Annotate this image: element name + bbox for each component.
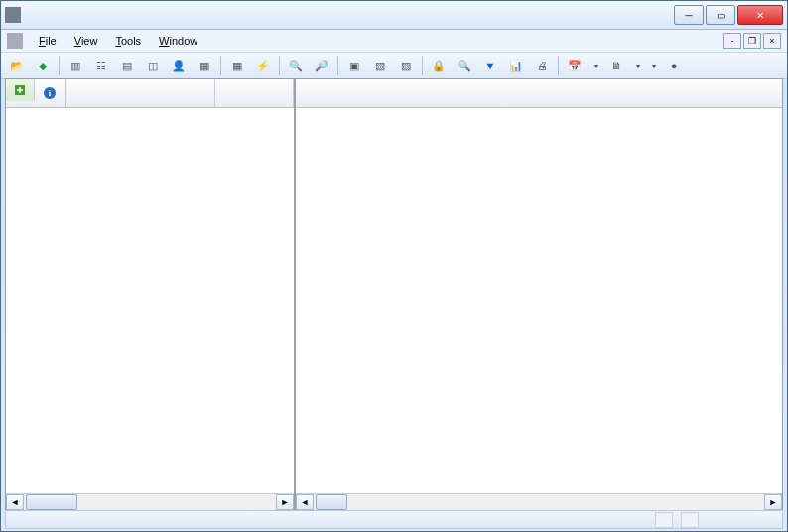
grid-header: i bbox=[6, 79, 294, 108]
menu-tools[interactable]: Tools bbox=[107, 33, 149, 49]
maximize-button[interactable]: ▭ bbox=[706, 5, 735, 25]
lock-icon[interactable]: 🔒 bbox=[427, 54, 451, 77]
table-icon[interactable]: ▦ bbox=[225, 54, 249, 77]
lightning-icon[interactable]: ⚡ bbox=[251, 54, 275, 77]
week-selector[interactable]: ▾ bbox=[589, 62, 602, 70]
gantt-scroll-left-icon[interactable]: ◄ bbox=[296, 494, 314, 510]
spot-icon[interactable]: ● bbox=[662, 54, 686, 77]
minimize-button[interactable]: ─ bbox=[674, 5, 704, 25]
scroll-right-icon[interactable]: ► bbox=[276, 494, 294, 510]
grid-hscroll[interactable]: ◄ ► bbox=[6, 493, 294, 510]
grid-body bbox=[6, 108, 294, 493]
e-selector[interactable]: ▾ bbox=[630, 62, 644, 70]
gantt-hscroll[interactable]: ◄ ► bbox=[296, 493, 782, 510]
view2-icon[interactable]: ☷ bbox=[89, 54, 113, 77]
print-icon[interactable]: 🖨 bbox=[530, 54, 554, 77]
view4-icon[interactable]: ◫ bbox=[141, 54, 165, 77]
tool-c-icon[interactable]: ▨ bbox=[394, 54, 418, 77]
zoomin-icon[interactable]: 🔍 bbox=[284, 54, 308, 77]
open-icon[interactable]: 📂 bbox=[5, 54, 29, 77]
toolbar: 📂 ◆ ▥ ☷ ▤ ◫ 👤 ▦ ▦ ⚡ 🔍 🔎 ▣ ▧ ▨ 🔒 🔍 ▼ 📊 🖨 … bbox=[1, 53, 787, 79]
header-rownum[interactable] bbox=[6, 79, 35, 101]
status-pro bbox=[681, 512, 699, 528]
zoomout-icon[interactable]: 🔎 bbox=[310, 54, 333, 77]
statusbar bbox=[5, 510, 783, 529]
scroll-left-icon[interactable]: ◄ bbox=[6, 494, 24, 510]
menu-file[interactable]: File bbox=[31, 33, 65, 49]
resource-icon[interactable]: 👤 bbox=[167, 54, 191, 77]
timescale bbox=[296, 79, 782, 108]
gantt-scroll-thumb[interactable] bbox=[316, 494, 347, 510]
app-icon bbox=[5, 7, 21, 23]
mdi-restore-button[interactable]: ❐ bbox=[743, 33, 761, 49]
export-icon[interactable]: 🗎 bbox=[604, 54, 628, 77]
find-icon[interactable]: 🔍 bbox=[453, 54, 476, 77]
view3-icon[interactable]: ▤ bbox=[115, 54, 139, 77]
mdi-minimize-button[interactable]: ‐ bbox=[723, 33, 741, 49]
menu-window[interactable]: Window bbox=[151, 33, 205, 49]
titlebar[interactable]: ─ ▭ ✕ bbox=[1, 1, 787, 30]
menu-view[interactable]: View bbox=[66, 33, 106, 49]
view5-icon[interactable]: ▦ bbox=[193, 54, 216, 77]
alltask-selector[interactable]: ▾ bbox=[646, 62, 660, 70]
tool-a-icon[interactable]: ▣ bbox=[342, 54, 366, 77]
menubar: File View Tools Window ‐ ❐ × bbox=[1, 30, 787, 53]
task-grid: i ◄ ► bbox=[6, 79, 296, 510]
cal-icon[interactable]: 📅 bbox=[563, 54, 587, 77]
menu-help[interactable] bbox=[207, 39, 223, 43]
header-name[interactable] bbox=[66, 79, 215, 107]
tool-b-icon[interactable]: ▧ bbox=[368, 54, 392, 77]
header-duration[interactable] bbox=[215, 79, 294, 107]
chart-icon[interactable]: 📊 bbox=[504, 54, 528, 77]
view1-icon[interactable]: ▥ bbox=[64, 54, 87, 77]
close-button[interactable]: ✕ bbox=[737, 5, 783, 25]
header-indicator[interactable]: i bbox=[35, 79, 66, 107]
gantt-chart[interactable] bbox=[296, 108, 782, 493]
filter-icon[interactable]: ▼ bbox=[478, 54, 502, 77]
app-window: ─ ▭ ✕ File View Tools Window ‐ ❐ × 📂 ◆ ▥… bbox=[0, 0, 788, 532]
gantt-pane: ◄ ► bbox=[296, 79, 782, 510]
content-area: i ◄ ► ◄ ► bbox=[5, 78, 783, 511]
grid-scroll-thumb[interactable] bbox=[26, 494, 77, 510]
mdi-close-button[interactable]: × bbox=[763, 33, 781, 49]
status-mspj bbox=[655, 512, 673, 528]
gantt-scroll-right-icon[interactable]: ► bbox=[764, 494, 782, 510]
drive-icon[interactable]: ◆ bbox=[31, 54, 55, 77]
doc-icon bbox=[7, 33, 23, 49]
